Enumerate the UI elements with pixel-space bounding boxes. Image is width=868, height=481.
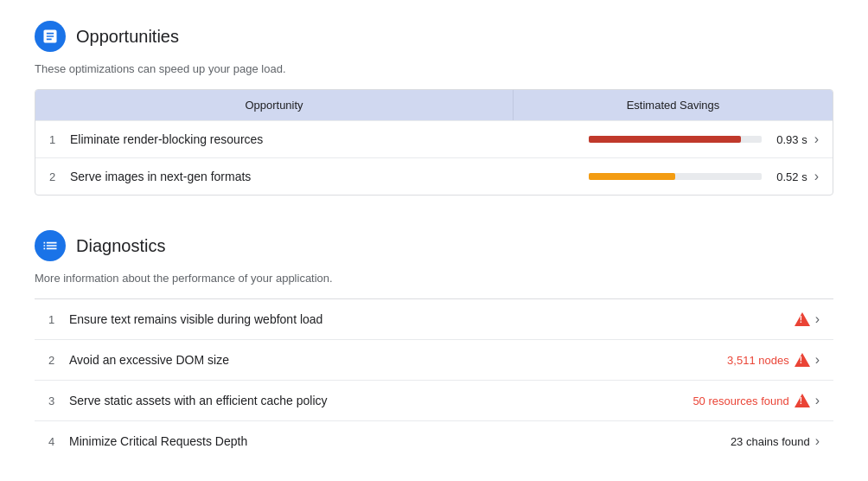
diag-right-4: 23 chains found › [731, 433, 820, 449]
row-label-2: Serve images in next-gen formats [70, 170, 499, 183]
diagnostics-icon [35, 230, 66, 261]
chevron-diag-2[interactable]: › [815, 352, 820, 368]
diag-right-1: › [795, 311, 820, 327]
diag-label-4: Minimize Critical Requests Depth [69, 434, 731, 448]
diag-row-3[interactable]: 3 Serve static assets with an efficient … [35, 380, 833, 420]
chevron-diag-3[interactable]: › [815, 393, 820, 408]
diagnostics-section: Diagnostics More information about the p… [35, 230, 833, 461]
savings-value-2: 0.52 s [769, 170, 807, 183]
diag-row-4[interactable]: 4 Minimize Critical Requests Depth 23 ch… [35, 420, 833, 461]
diag-label-2: Avoid an excessive DOM size [69, 353, 727, 367]
col-savings-header: Estimated Savings [513, 90, 833, 120]
diagnostics-title: Diagnostics [76, 236, 165, 256]
diag-value-4: 23 chains found [731, 435, 810, 448]
diag-value-2: 3,511 nodes [727, 354, 789, 367]
diag-num-2: 2 [48, 354, 69, 367]
chevron-icon-1[interactable]: › [814, 131, 819, 147]
diag-row-1[interactable]: 1 Ensure text remains visible during web… [35, 298, 833, 339]
opportunity-row-1[interactable]: 1 Eliminate render-blocking resources 0.… [35, 120, 833, 157]
savings-bar-1 [589, 136, 762, 143]
row-num-2: 2 [49, 170, 70, 183]
opportunities-table: Opportunity Estimated Savings 1 Eliminat… [35, 89, 833, 196]
diag-value-3: 50 resources found [692, 394, 788, 407]
chevron-diag-1[interactable]: › [815, 311, 820, 327]
diag-num-3: 3 [48, 394, 69, 407]
chevron-icon-2[interactable]: › [814, 169, 819, 184]
triangle-warning-1 [795, 312, 810, 326]
diag-num-4: 4 [48, 435, 69, 448]
diag-label-1: Ensure text remains visible during webfo… [69, 312, 795, 326]
row-savings-1: 0.93 s › [499, 131, 819, 147]
diag-label-3: Serve static assets with an efficient ca… [69, 394, 692, 407]
savings-bar-fill-2 [589, 173, 675, 180]
savings-bar-2 [589, 173, 762, 180]
diag-num-1: 1 [48, 313, 69, 326]
opportunities-header: Opportunities [35, 21, 833, 52]
diagnostics-description: More information about the performance o… [35, 272, 833, 285]
chevron-diag-4[interactable]: › [815, 433, 820, 449]
triangle-warning-3 [795, 394, 810, 407]
row-savings-2: 0.52 s › [499, 169, 819, 184]
triangle-warning-2 [795, 353, 810, 367]
col-opportunity-header: Opportunity [35, 90, 513, 120]
diag-row-2[interactable]: 2 Avoid an excessive DOM size 3,511 node… [35, 339, 833, 380]
opportunities-icon [35, 21, 66, 52]
opportunities-description: These optimizations can speed up your pa… [35, 62, 833, 75]
opportunities-title: Opportunities [76, 27, 179, 47]
diag-right-3: 50 resources found › [692, 393, 820, 408]
diag-right-2: 3,511 nodes › [727, 352, 820, 368]
diagnostics-table: 1 Ensure text remains visible during web… [35, 298, 833, 461]
savings-value-1: 0.93 s [769, 133, 807, 146]
opportunity-row-2[interactable]: 2 Serve images in next-gen formats 0.52 … [35, 157, 833, 195]
warning-icon-2 [795, 352, 810, 368]
row-num-1: 1 [49, 133, 70, 146]
opportunities-table-header: Opportunity Estimated Savings [35, 90, 833, 120]
row-label-1: Eliminate render-blocking resources [70, 132, 499, 146]
savings-bar-fill-1 [589, 136, 741, 143]
warning-icon-3 [795, 393, 810, 408]
warning-icon-1 [795, 311, 810, 327]
diagnostics-header: Diagnostics [35, 230, 833, 261]
